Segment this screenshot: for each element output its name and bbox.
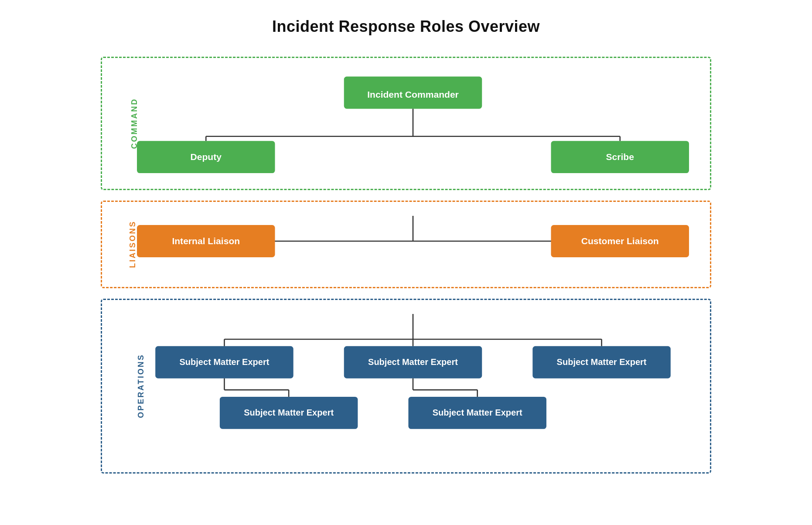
- operations-chart: Subject Matter Expert Subject Matter Exp…: [137, 314, 689, 457]
- customer-liaison-label: Customer Liaison: [581, 236, 659, 246]
- sme3-label: Subject Matter Expert: [557, 357, 647, 367]
- sme5-label: Subject Matter Expert: [433, 408, 522, 417]
- liaisons-chart: Internal Liaison Customer Liaison: [137, 216, 689, 271]
- internal-liaison-label: Internal Liaison: [172, 236, 240, 246]
- command-chart: Incident Commander Deputy Scribe: [137, 72, 689, 173]
- liaisons-section: LIAISONS Internal Liaison Customer Liais…: [101, 201, 711, 288]
- sme4-label: Subject Matter Expert: [244, 408, 334, 417]
- command-label: COMMAND: [130, 98, 139, 149]
- operations-section: OPERATIONS Subject Matter Expert Subject…: [101, 299, 711, 474]
- commander-label: Incident Commander: [367, 89, 459, 99]
- deputy-label: Deputy: [191, 152, 222, 162]
- command-section: COMMAND Incident Commander Deputy Scribe: [101, 57, 711, 190]
- sme2-label: Subject Matter Expert: [368, 357, 458, 367]
- liaisons-label: LIAISONS: [128, 221, 137, 268]
- page-container: Incident Response Roles Overview COMMAND…: [101, 17, 711, 484]
- page-title: Incident Response Roles Overview: [101, 17, 711, 36]
- sme1-label: Subject Matter Expert: [179, 357, 269, 367]
- operations-label: OPERATIONS: [136, 354, 146, 418]
- scribe-label: Scribe: [606, 152, 634, 162]
